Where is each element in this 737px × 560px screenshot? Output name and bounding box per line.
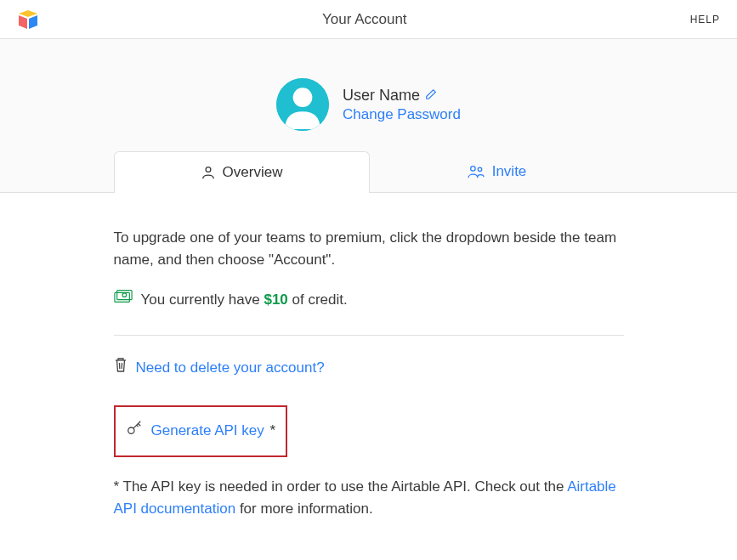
svg-marker-1: [19, 15, 27, 29]
generate-api-key-highlight: Generate API key *: [114, 405, 288, 456]
help-link[interactable]: HELP: [690, 14, 720, 25]
footnote-prefix: * The API key is needed in order to use …: [114, 478, 568, 495]
profile-row: User Name Change Password: [0, 39, 737, 151]
svg-point-10: [122, 293, 127, 297]
credit-amount: $10: [264, 291, 287, 308]
tab-overview-label: Overview: [223, 164, 283, 181]
person-icon: [201, 165, 216, 180]
credit-row: You currently have $10 of credit.: [114, 289, 624, 311]
delete-account-row: Need to delete your account?: [114, 356, 624, 380]
delete-account-link[interactable]: Need to delete your account?: [136, 357, 325, 379]
header: Your Account HELP: [0, 0, 737, 39]
tab-invite[interactable]: Invite: [370, 151, 624, 192]
profile-text: User Name Change Password: [343, 87, 461, 123]
svg-point-11: [128, 427, 133, 433]
key-icon: [126, 419, 143, 443]
edit-name-icon[interactable]: [425, 87, 437, 105]
page-title: Your Account: [322, 11, 407, 28]
generate-api-key-wrap: Generate API key *: [151, 420, 276, 442]
upgrade-text: To upgrade one of your teams to premium,…: [114, 227, 624, 272]
people-icon: [467, 164, 485, 179]
trash-icon: [114, 356, 128, 380]
app-logo[interactable]: [17, 8, 39, 31]
avatar: [276, 78, 329, 131]
svg-point-4: [293, 88, 313, 107]
change-password-link[interactable]: Change Password: [343, 106, 461, 123]
footnote-suffix: for more information.: [235, 501, 373, 517]
svg-point-5: [206, 167, 211, 173]
tab-overview[interactable]: Overview: [114, 151, 370, 193]
tabs: Overview Invite: [114, 151, 624, 192]
credit-suffix: of credit.: [288, 291, 348, 308]
api-footnote: * The API key is needed in order to use …: [114, 476, 624, 521]
generate-api-key-link[interactable]: Generate API key: [151, 422, 264, 438]
content: To upgrade one of your teams to premium,…: [114, 193, 624, 546]
tab-invite-label: Invite: [492, 163, 527, 180]
svg-marker-0: [19, 10, 37, 17]
credit-text: You currently have $10 of credit.: [141, 289, 348, 311]
username: User Name: [343, 87, 420, 105]
svg-point-7: [478, 167, 482, 172]
username-row: User Name: [343, 87, 461, 105]
credit-prefix: You currently have: [141, 291, 264, 308]
svg-marker-2: [29, 15, 37, 29]
profile-band: User Name Change Password Overview: [0, 39, 737, 193]
money-icon: [114, 289, 133, 311]
asterisk: *: [269, 422, 275, 438]
svg-point-6: [470, 167, 474, 171]
divider: [114, 335, 624, 336]
